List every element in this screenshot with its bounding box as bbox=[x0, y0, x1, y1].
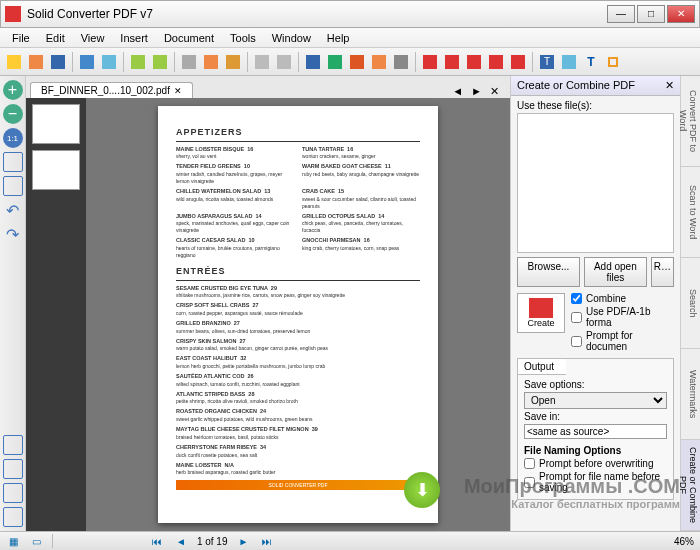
dish-item: GNOCCHI PARMESAN 16king crab, cherry tom… bbox=[302, 237, 420, 259]
menu-window[interactable]: Window bbox=[264, 30, 319, 46]
rotate-left-icon[interactable]: ↶ bbox=[3, 200, 23, 220]
text2-icon[interactable]: T bbox=[581, 52, 601, 72]
tab-close-all-icon[interactable]: ✕ bbox=[487, 85, 502, 98]
zoom-in-icon[interactable]: + bbox=[3, 80, 23, 100]
app-icon bbox=[5, 6, 21, 22]
dish-item: MAYTAG BLUE CHEESE CRUSTED FILET MIGNON … bbox=[176, 426, 420, 441]
thumbnail-1[interactable] bbox=[32, 104, 80, 144]
first-page-icon[interactable]: ⏮ bbox=[149, 536, 165, 547]
zoom-level: 46% bbox=[674, 536, 694, 547]
dish-item: CRISPY SKIN SALMON 27warm potato salad, … bbox=[176, 338, 420, 353]
crop-icon[interactable] bbox=[603, 52, 623, 72]
sidetab-convert-word[interactable]: Convert PDF to Word bbox=[681, 76, 700, 167]
cut-icon[interactable] bbox=[179, 52, 199, 72]
window-title: Solid Converter PDF v7 bbox=[27, 7, 607, 21]
sidetab-create-combine[interactable]: Create or Combine PDF bbox=[681, 440, 700, 531]
to-pdf3-icon[interactable] bbox=[464, 52, 484, 72]
page-view[interactable]: APPETIZERS MAINE LOBSTER BISQUE 16sherry… bbox=[86, 98, 510, 531]
titlebar: Solid Converter PDF v7 — □ ✕ bbox=[0, 0, 700, 28]
pointer-icon[interactable] bbox=[559, 52, 579, 72]
menu-help[interactable]: Help bbox=[319, 30, 358, 46]
menu-view[interactable]: View bbox=[73, 30, 113, 46]
convert-excel-icon[interactable] bbox=[325, 52, 345, 72]
save-options-select[interactable]: Open bbox=[524, 392, 667, 409]
thumbnail-panel bbox=[26, 98, 86, 531]
add-open-files-button[interactable]: Add open files bbox=[584, 257, 647, 287]
pdfa-checkbox[interactable]: Use PDF/A-1b forma bbox=[571, 306, 674, 328]
prompt-doc-checkbox[interactable]: Prompt for documen bbox=[571, 330, 674, 352]
save-in-input[interactable] bbox=[524, 424, 667, 439]
menu-edit[interactable]: Edit bbox=[38, 30, 73, 46]
prompt-filename-checkbox[interactable]: Prompt for file name before saving bbox=[524, 471, 667, 493]
menu-insert[interactable]: Insert bbox=[112, 30, 156, 46]
dish-item: MAINE LOBSTER N/Aherb braised asparagus,… bbox=[176, 462, 420, 477]
continuous-icon[interactable] bbox=[3, 459, 23, 479]
new-icon[interactable] bbox=[4, 52, 24, 72]
file-list[interactable] bbox=[517, 113, 674, 253]
fit-width-icon[interactable] bbox=[3, 152, 23, 172]
thumbnail-2[interactable] bbox=[32, 150, 80, 190]
menu-document[interactable]: Document bbox=[156, 30, 222, 46]
panel-close-icon[interactable]: ✕ bbox=[665, 79, 674, 92]
undo-icon[interactable] bbox=[128, 52, 148, 72]
combine-checkbox[interactable]: Combine bbox=[571, 293, 674, 304]
create-button[interactable]: Create bbox=[517, 293, 565, 333]
rotate-right-icon[interactable]: ↷ bbox=[3, 224, 23, 244]
paste-icon[interactable] bbox=[223, 52, 243, 72]
last-page-icon[interactable]: ⏭ bbox=[259, 536, 275, 547]
dish-item: MAINE LOBSTER BISQUE 16sherry, vol au ve… bbox=[176, 146, 294, 161]
page-view-icon[interactable]: ▭ bbox=[29, 536, 44, 547]
prompt-overwrite-checkbox[interactable]: Prompt before overwriting bbox=[524, 458, 667, 469]
tab-close-icon[interactable]: ✕ bbox=[174, 86, 182, 96]
next-page-icon[interactable]: ► bbox=[236, 536, 252, 547]
remove-button[interactable]: R… bbox=[651, 257, 674, 287]
document-tab[interactable]: BF_DINNER_0....10_002.pdf ✕ bbox=[30, 82, 193, 98]
to-pdf5-icon[interactable] bbox=[508, 52, 528, 72]
files-label: Use these file(s): bbox=[517, 100, 674, 111]
maximize-button[interactable]: □ bbox=[637, 5, 665, 23]
save-icon[interactable] bbox=[48, 52, 68, 72]
tab-next-icon[interactable]: ► bbox=[468, 85, 485, 98]
dish-item: CLASSIC CAESAR SALAD 10hearts of romaine… bbox=[176, 237, 294, 259]
thumbnails-view-icon[interactable]: ▦ bbox=[6, 536, 21, 547]
copy-icon[interactable] bbox=[201, 52, 221, 72]
email-icon[interactable] bbox=[99, 52, 119, 72]
menu-tools[interactable]: Tools bbox=[222, 30, 264, 46]
pages-icon[interactable] bbox=[274, 52, 294, 72]
side-tabs: Convert PDF to Word Scan to Word Search … bbox=[680, 76, 700, 531]
print-icon[interactable] bbox=[77, 52, 97, 72]
to-pdf2-icon[interactable] bbox=[442, 52, 462, 72]
prev-page-icon[interactable]: ◄ bbox=[173, 536, 189, 547]
convert-txt-icon[interactable] bbox=[391, 52, 411, 72]
page-footer: SOLID CONVERTER PDF bbox=[176, 480, 420, 490]
book-icon[interactable] bbox=[3, 507, 23, 527]
sidetab-scan-word[interactable]: Scan to Word bbox=[681, 167, 700, 258]
open-icon[interactable] bbox=[26, 52, 46, 72]
minimize-button[interactable]: — bbox=[607, 5, 635, 23]
convert-ppt-icon[interactable] bbox=[347, 52, 367, 72]
redo-icon[interactable] bbox=[150, 52, 170, 72]
page-icon[interactable] bbox=[252, 52, 272, 72]
fit-height-icon[interactable] bbox=[3, 176, 23, 196]
zoom-out-icon[interactable]: − bbox=[3, 104, 23, 124]
close-button[interactable]: ✕ bbox=[667, 5, 695, 23]
text-tool-icon[interactable]: T bbox=[537, 52, 557, 72]
to-pdf-icon[interactable] bbox=[420, 52, 440, 72]
two-page-icon[interactable] bbox=[3, 483, 23, 503]
convert-html-icon[interactable] bbox=[369, 52, 389, 72]
convert-word-icon[interactable] bbox=[303, 52, 323, 72]
single-page-icon[interactable] bbox=[3, 435, 23, 455]
dish-item: ATLANTIC STRIPED BASS 28petite shrimp, r… bbox=[176, 391, 420, 406]
sidetab-search[interactable]: Search bbox=[681, 258, 700, 349]
create-pdf-icon bbox=[529, 298, 553, 318]
dish-item: ROASTED ORGANIC CHICKEN 24sweet garlic w… bbox=[176, 408, 420, 423]
to-pdf4-icon[interactable] bbox=[486, 52, 506, 72]
browse-button[interactable]: Browse... bbox=[517, 257, 580, 287]
sidetab-watermarks[interactable]: Watermarks bbox=[681, 349, 700, 440]
menu-file[interactable]: File bbox=[4, 30, 38, 46]
fit-page-icon[interactable]: 1:1 bbox=[3, 128, 23, 148]
dish-item: CHERRYSTONE FARM RIBEYE 34duck confit ro… bbox=[176, 444, 420, 459]
output-tab[interactable]: Output bbox=[518, 359, 566, 375]
dish-item: EAST COAST HALIBUT 32lemon herb gnocchi,… bbox=[176, 355, 420, 370]
tab-prev-icon[interactable]: ◄ bbox=[449, 85, 466, 98]
